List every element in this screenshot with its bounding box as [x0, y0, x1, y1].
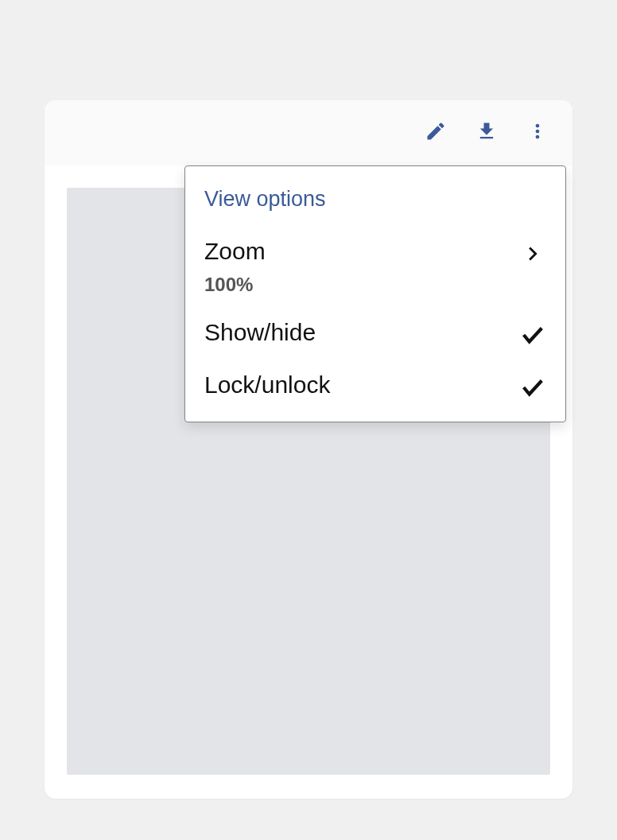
checkmark-icon	[519, 321, 546, 348]
download-button[interactable]	[475, 122, 498, 144]
checkmark-icon	[519, 374, 546, 401]
dropdown-item-lock-unlock[interactable]: Lock/unlock	[185, 360, 565, 412]
dropdown-item-sublabel: 100%	[204, 274, 266, 296]
view-options-dropdown: View options Zoom 100% Show/hide Lock/un…	[184, 165, 566, 422]
more-button[interactable]	[526, 122, 549, 144]
toolbar	[45, 100, 572, 165]
edit-button[interactable]	[425, 122, 447, 144]
dropdown-header: View options	[185, 181, 565, 226]
download-icon	[475, 120, 498, 146]
dropdown-item-text: Show/hide	[204, 318, 316, 347]
more-vert-icon	[526, 120, 549, 146]
dropdown-item-label: Zoom	[204, 237, 266, 266]
dropdown-item-zoom[interactable]: Zoom 100%	[185, 226, 565, 307]
dropdown-item-text: Lock/unlock	[204, 371, 330, 399]
dropdown-item-text: Zoom 100%	[204, 237, 266, 296]
dropdown-item-label: Lock/unlock	[204, 371, 330, 399]
chevron-right-icon	[519, 240, 546, 267]
dropdown-item-show-hide[interactable]: Show/hide	[185, 307, 565, 360]
dropdown-item-label: Show/hide	[204, 318, 316, 347]
edit-icon	[425, 120, 447, 146]
